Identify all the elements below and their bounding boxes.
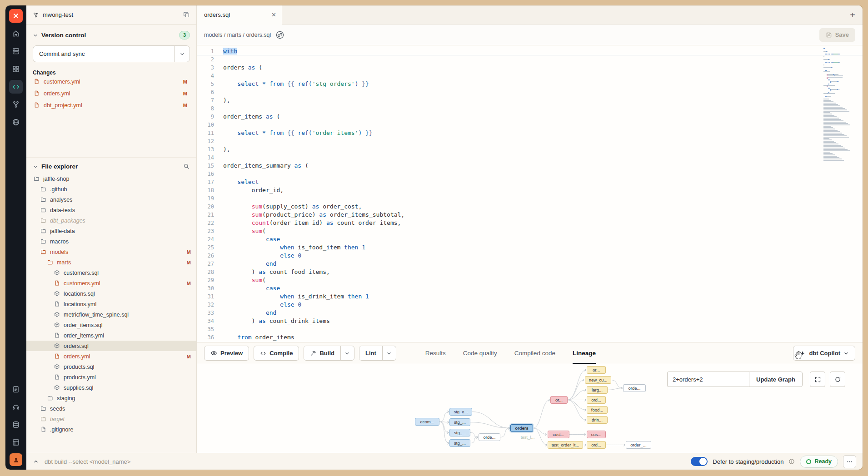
- file-tree-item-customers.yml[interactable]: customers.ymlM: [26, 278, 196, 288]
- changed-file-row[interactable]: customers.ymlM: [33, 76, 190, 88]
- refresh-icon[interactable]: [830, 372, 845, 387]
- more-options-button[interactable]: [843, 455, 856, 468]
- code-line-33[interactable]: 33 end: [197, 309, 863, 317]
- file-tree-item-products.yml[interactable]: products.yml: [26, 372, 196, 382]
- code-line-37[interactable]: 37: [197, 342, 863, 342]
- file-tree-item-products.sql[interactable]: products.sql: [26, 362, 196, 372]
- code-line-8[interactable]: 8: [197, 104, 863, 113]
- search-icon[interactable]: [183, 163, 190, 170]
- panel-tab-lineage[interactable]: Lineage: [573, 342, 596, 364]
- file-tree-item-supplies.sql[interactable]: supplies.sql: [26, 382, 196, 393]
- lineage-node-stg_o[interactable]: stg_o...: [449, 408, 472, 416]
- code-line-11[interactable]: 11 select * from {{ ref('order_items') }…: [197, 129, 863, 137]
- lineage-node-y_larg[interactable]: larg...: [587, 386, 608, 394]
- code-line-30[interactable]: 30 case: [197, 284, 863, 293]
- code-line-28[interactable]: 28 ) as count_food_items,: [197, 268, 863, 276]
- update-graph-button[interactable]: Update Graph: [749, 372, 803, 387]
- code-line-24[interactable]: 24 case: [197, 235, 863, 243]
- code-line-23[interactable]: 23 sum(: [197, 227, 863, 235]
- code-line-35[interactable]: 35: [197, 325, 863, 333]
- chevron-down-icon[interactable]: [33, 33, 38, 38]
- panel-tab-code-quality[interactable]: Code quality: [463, 342, 497, 364]
- lineage-node-orde_l[interactable]: orde...: [479, 433, 500, 441]
- lineage-node-cust[interactable]: cust...: [548, 431, 569, 438]
- file-tree-item-dbt_packages[interactable]: dbt_packages: [26, 215, 196, 226]
- file-tree-item-staging[interactable]: staging: [26, 393, 196, 403]
- changed-file-row[interactable]: dbt_project.ymlM: [33, 99, 190, 111]
- code-line-17[interactable]: 17 select: [197, 178, 863, 186]
- code-line-16[interactable]: 16: [197, 170, 863, 178]
- copy-icon[interactable]: [183, 11, 190, 18]
- panel-tab-compiled-code[interactable]: Compiled code: [514, 342, 555, 364]
- defer-toggle[interactable]: [691, 457, 708, 466]
- fullscreen-icon[interactable]: [810, 372, 825, 387]
- file-tree-item-locations.sql[interactable]: locations.sql: [26, 288, 196, 299]
- lineage-node-or_p[interactable]: or...: [550, 396, 568, 404]
- rail-notes-icon[interactable]: [9, 382, 23, 396]
- code-line-5[interactable]: 5 select * from {{ ref('stg_orders') }}: [197, 80, 863, 88]
- code-line-34[interactable]: 34 ) as count_drink_items: [197, 317, 863, 325]
- code-editor[interactable]: 1with23orders as (45 select * from {{ re…: [197, 45, 863, 342]
- file-tree-item-macros[interactable]: macros: [26, 236, 196, 247]
- info-icon[interactable]: [788, 458, 795, 465]
- code-line-21[interactable]: 21 sum(product_price) as order_items_sub…: [197, 211, 863, 219]
- chevron-down-icon[interactable]: [33, 164, 38, 169]
- dbt-copilot-button[interactable]: dbt Copilot: [793, 346, 855, 361]
- code-line-15[interactable]: 15order_items_summary as (: [197, 162, 863, 170]
- code-line-6[interactable]: 6: [197, 88, 863, 96]
- code-line-10[interactable]: 10: [197, 121, 863, 129]
- user-avatar[interactable]: [10, 453, 22, 466]
- close-icon[interactable]: ✕: [271, 11, 276, 18]
- file-tree-item-locations.yml[interactable]: locations.yml: [26, 299, 196, 309]
- file-tree-item-target[interactable]: target: [26, 414, 196, 424]
- file-tree-item-seeds[interactable]: seeds: [26, 403, 196, 414]
- lineage-node-ecom[interactable]: ecom...: [415, 418, 439, 426]
- build-options-chevron[interactable]: [340, 346, 354, 360]
- lineage-node-orde_r[interactable]: orde...: [623, 384, 646, 392]
- file-tree-item-.github[interactable]: .github: [26, 184, 196, 194]
- lineage-node-test_oi[interactable]: test_order_it...: [548, 441, 583, 449]
- file-tree-item-models[interactable]: modelsM: [26, 247, 196, 257]
- lineage-node-stg_3[interactable]: stg_...: [449, 439, 470, 447]
- file-tree-item-jaffle-data[interactable]: jaffle-data: [26, 226, 196, 236]
- file-tree-item-analyses[interactable]: analyses: [26, 194, 196, 205]
- dbt-logo-icon[interactable]: [9, 9, 23, 23]
- editor-tab-orders-sql[interactable]: orders.sql ✕: [197, 5, 282, 25]
- expand-command-bar-button[interactable]: [33, 458, 39, 465]
- lineage-node-stg_1[interactable]: stg_...: [449, 418, 470, 426]
- file-tree-item-.gitignore[interactable]: .gitignore: [26, 424, 196, 435]
- rail-home-icon[interactable]: [9, 27, 23, 40]
- branch-name[interactable]: mwong-test: [43, 11, 73, 18]
- lineage-node-y_drin[interactable]: drin...: [587, 416, 608, 424]
- rail-catalog-icon[interactable]: [9, 418, 23, 431]
- changed-file-row[interactable]: orders.ymlM: [33, 88, 190, 99]
- lineage-selector-input[interactable]: [667, 372, 749, 387]
- lineage-node-y_new[interactable]: new_cu...: [585, 376, 611, 384]
- code-line-18[interactable]: 18 order_id,: [197, 186, 863, 194]
- file-tree-item-orders.yml[interactable]: orders.ymlM: [26, 351, 196, 362]
- commit-and-sync-button[interactable]: Commit and sync: [33, 45, 190, 62]
- lineage-node-p_cus[interactable]: cus...: [587, 431, 606, 438]
- rail-environments-icon[interactable]: [9, 45, 23, 58]
- code-line-7[interactable]: 7),: [197, 96, 863, 104]
- code-line-20[interactable]: 20 sum(supply_cost) as order_cost,: [197, 203, 863, 211]
- file-tree-item-jaffle-shop[interactable]: jaffle-shop: [26, 174, 196, 184]
- code-line-31[interactable]: 31 when is_drink_item then 1: [197, 293, 863, 301]
- lineage-node-stg_2[interactable]: stg_...: [449, 429, 470, 436]
- code-line-9[interactable]: 9order_items as (: [197, 113, 863, 121]
- new-tab-button[interactable]: +: [850, 10, 855, 20]
- file-tree-item-order_items.yml[interactable]: order_items.yml: [26, 330, 196, 341]
- lint-options-chevron[interactable]: [382, 346, 396, 360]
- lineage-node-orders[interactable]: orders: [510, 424, 533, 432]
- file-tree-item-marts[interactable]: martsM: [26, 257, 196, 268]
- code-line-14[interactable]: 14: [197, 154, 863, 162]
- code-line-1[interactable]: 1with: [197, 47, 863, 55]
- rail-ide-icon[interactable]: [9, 80, 23, 94]
- file-tree-item-order_items.sql[interactable]: order_items.sql: [26, 320, 196, 330]
- preview-button[interactable]: Preview: [204, 346, 249, 361]
- build-button[interactable]: Build: [304, 346, 340, 360]
- lineage-node-test_ghost[interactable]: test_l...: [515, 434, 540, 441]
- code-line-25[interactable]: 25 when is_food_item then 1: [197, 243, 863, 252]
- lineage-node-y_ord1[interactable]: ord...: [587, 396, 606, 404]
- commit-options-chevron[interactable]: [174, 46, 190, 62]
